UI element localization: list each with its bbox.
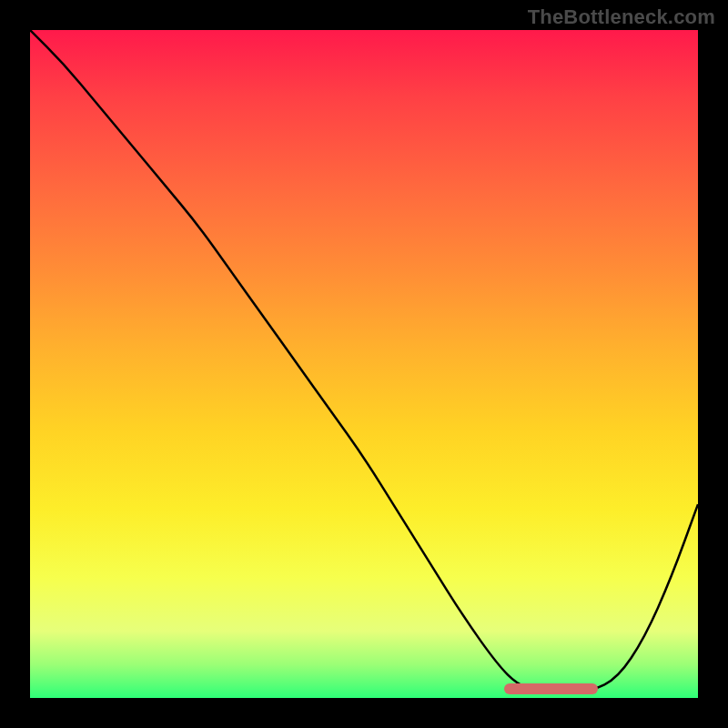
optimal-range-marker bbox=[504, 683, 598, 694]
curve-svg bbox=[30, 30, 698, 698]
chart-container: TheBottleneck.com bbox=[0, 0, 728, 728]
watermark-label: TheBottleneck.com bbox=[528, 5, 715, 29]
bottleneck-curve bbox=[30, 30, 698, 692]
plot-area bbox=[30, 30, 698, 698]
